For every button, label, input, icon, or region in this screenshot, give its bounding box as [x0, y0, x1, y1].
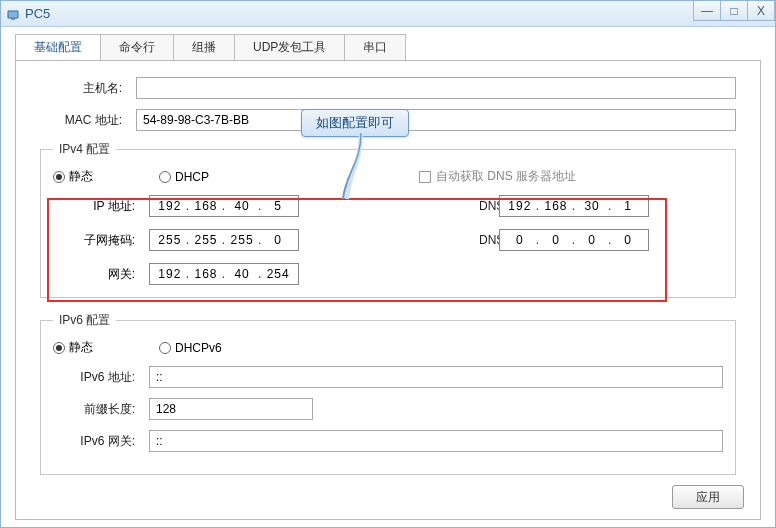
gw-input[interactable]: 192. 168. 40. 254 — [149, 263, 299, 285]
ipv6-dhcp-label: DHCPv6 — [175, 341, 222, 355]
ipv6-addr-input[interactable] — [149, 366, 723, 388]
gw-label: 网关: — [53, 266, 149, 283]
dns2-input[interactable]: 0. 0. 0. 0 — [499, 229, 649, 251]
ipv6-prefix-input[interactable] — [149, 398, 313, 420]
ipv4-dhcp-label: DHCP — [175, 170, 209, 184]
ipv6-legend: IPv6 配置 — [53, 312, 116, 329]
tab-cli[interactable]: 命令行 — [100, 34, 174, 61]
apply-button[interactable]: 应用 — [672, 485, 744, 509]
ipv4-static-label: 静态 — [69, 168, 93, 185]
app-window: PC5 — □ X 基础配置 命令行 组播 UDP发包工具 串口 主机名: MA… — [0, 0, 776, 528]
ipv6-static-radio[interactable]: 静态 — [53, 339, 93, 356]
close-button[interactable]: X — [747, 1, 775, 21]
ipv4-dhcp-radio[interactable]: DHCP — [159, 170, 209, 184]
dns1-label: DNS1: — [439, 199, 499, 213]
mac-label: MAC 地址: — [40, 112, 136, 129]
callout-pointer-icon — [341, 133, 381, 203]
autodns-checkbox[interactable]: 自动获取 DNS 服务器地址 — [419, 168, 576, 185]
tab-serial[interactable]: 串口 — [344, 34, 406, 61]
dns2-label: DNS2: — [439, 233, 499, 247]
maximize-button[interactable]: □ — [720, 1, 748, 21]
callout: 如图配置即可 — [301, 109, 409, 137]
hostname-label: 主机名: — [40, 80, 136, 97]
ipv4-static-radio[interactable]: 静态 — [53, 168, 93, 185]
autodns-label: 自动获取 DNS 服务器地址 — [436, 168, 576, 185]
ipv6-addr-label: IPv6 地址: — [53, 369, 149, 386]
ip-label: IP 地址: — [53, 198, 149, 215]
dns1-input[interactable]: 192. 168. 30. 1 — [499, 195, 649, 217]
title-bar: PC5 — □ X — [1, 1, 775, 27]
ipv6-gw-input[interactable] — [149, 430, 723, 452]
window-title: PC5 — [25, 6, 50, 21]
ipv6-dhcp-radio[interactable]: DHCPv6 — [159, 341, 222, 355]
ipv6-gw-label: IPv6 网关: — [53, 433, 149, 450]
mac-input[interactable] — [136, 109, 736, 131]
hostname-input[interactable] — [136, 77, 736, 99]
tab-bar: 基础配置 命令行 组播 UDP发包工具 串口 — [1, 27, 775, 60]
app-icon — [5, 6, 21, 22]
tab-mcast[interactable]: 组播 — [173, 34, 235, 61]
ipv6-static-label: 静态 — [69, 339, 93, 356]
mask-label: 子网掩码: — [53, 232, 149, 249]
minimize-button[interactable]: — — [693, 1, 721, 21]
tab-udp[interactable]: UDP发包工具 — [234, 34, 345, 61]
ip-input[interactable]: 192. 168. 40. 5 — [149, 195, 299, 217]
ipv4-legend: IPv4 配置 — [53, 141, 116, 158]
tab-basic[interactable]: 基础配置 — [15, 34, 101, 61]
ipv6-fieldset: IPv6 配置 静态 DHCPv6 IPv6 地址: 前缀长度: — [40, 312, 736, 475]
ipv4-fieldset: IPv4 配置 静态 DHCP 自动获取 DNS 服务器地址 IP 地址: — [40, 141, 736, 298]
ipv6-prefix-label: 前缀长度: — [53, 401, 149, 418]
mask-input[interactable]: 255. 255. 255. 0 — [149, 229, 299, 251]
